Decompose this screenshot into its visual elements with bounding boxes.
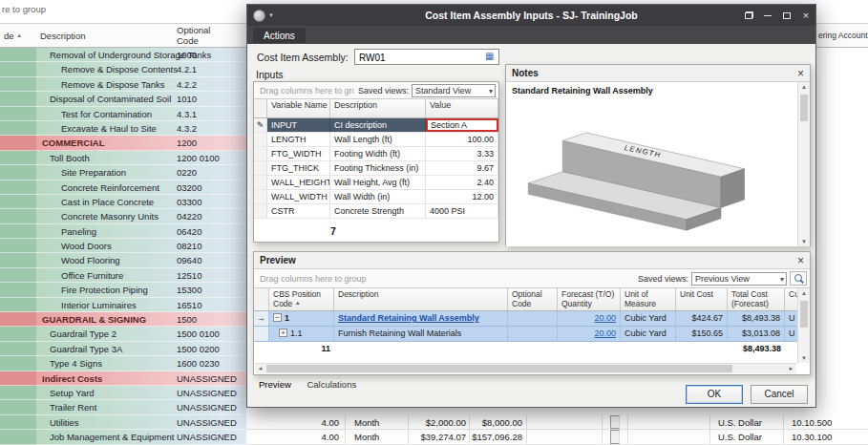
column-header-description[interactable]: Description: [330, 99, 426, 117]
row-indicator-header: [254, 288, 269, 310]
row-empty-cell: [628, 415, 710, 429]
input-row[interactable]: ✎ FTG_WIDTH Footing Width (ft) 3.33: [254, 147, 498, 161]
row-main-cell: Trailer Rent UNASSIGNED: [36, 400, 246, 414]
table-row[interactable]: Job Management & Equipment UNASSIGNED 4.…: [0, 430, 868, 444]
row-code-cell: [0, 62, 36, 76]
preview-horizontal-scrollbar[interactable]: ◄ ►: [255, 363, 796, 373]
row-description: Wood Doors: [61, 241, 112, 251]
scroll-up-icon[interactable]: ▲: [798, 290, 810, 296]
checkbox[interactable]: [610, 415, 620, 429]
row-main-cell: Wood Doors 08210: [36, 239, 246, 253]
row-code-cell: [0, 92, 36, 106]
row-code-cell: [0, 253, 36, 267]
scroll-down-icon[interactable]: ▼: [798, 239, 810, 244]
tab-calculations[interactable]: Calculations: [307, 379, 356, 390]
quantity-link[interactable]: 20.00: [594, 328, 616, 338]
saved-views-select[interactable]: Previous View: [691, 272, 787, 286]
scroll-thumb[interactable]: [800, 301, 808, 328]
input-row[interactable]: ✎ FTG_THICK Footing Thickness (in) 9.67: [254, 161, 498, 176]
row-main-cell: Utilities UNASSIGNED: [36, 415, 246, 430]
preview-panel: Preview × Drag columns here to group Sav…: [253, 251, 811, 375]
column-header-account-partial[interactable]: ering Account C: [818, 31, 868, 40]
expander-icon[interactable]: −: [273, 313, 282, 322]
row-main-cell: Office Furniture 12510: [36, 268, 246, 283]
assembly-picker-icon[interactable]: ▦: [485, 51, 494, 61]
value-cell[interactable]: 3.33: [426, 147, 498, 160]
checkbox[interactable]: [610, 430, 620, 443]
input-row[interactable]: ✎ WALL_HEIGHT Wall Height, Avg (ft) 2.40: [254, 176, 498, 190]
quantity-link[interactable]: 20.00: [594, 313, 616, 323]
description-text[interactable]: Standard Retaining Wall Assembly: [338, 313, 479, 323]
column-header-description[interactable]: Description: [334, 288, 508, 310]
column-header-forecast-quantity[interactable]: Forecast (T/O) Quantity: [558, 288, 621, 310]
close-icon[interactable]: ×: [797, 255, 804, 266]
scroll-right-icon[interactable]: ►: [786, 364, 796, 373]
column-header-optional-code[interactable]: Optional Code: [508, 288, 558, 310]
scroll-thumb[interactable]: [800, 95, 808, 121]
input-row[interactable]: ✎ WALL_WIDTH Wall Width (in) 12.00: [254, 190, 498, 204]
summary-spacer: [508, 342, 728, 357]
row-optional-code: 4.3.2: [177, 121, 197, 136]
actions-menu[interactable]: Actions: [253, 28, 306, 43]
inputs-section-label: Inputs: [256, 69, 284, 80]
column-header-unit-of-measure[interactable]: Unit of Measure: [621, 288, 676, 310]
dialog-titlebar[interactable]: ▼ Cost Item Assembly Inputs - SJ- Traini…: [247, 5, 815, 26]
value-cell[interactable]: 4000 PSI: [426, 204, 498, 218]
unit-cost-cell: $150.65: [676, 327, 728, 341]
assembly-input[interactable]: [354, 49, 499, 65]
column-header-optional-code[interactable]: Optional Code: [177, 26, 224, 47]
value-cell[interactable]: 12.00: [426, 190, 498, 203]
value-cell[interactable]: 100.00: [426, 133, 498, 146]
cancel-button[interactable]: Cancel: [751, 385, 808, 404]
close-icon[interactable]: ×: [797, 68, 804, 79]
value-cell[interactable]: 2.40: [426, 176, 498, 189]
scroll-down-icon[interactable]: ▼: [798, 355, 810, 361]
row-indicator-header: [254, 99, 267, 117]
expander-icon[interactable]: +: [279, 328, 287, 337]
description-cell: Footing Width (ft): [330, 147, 426, 160]
scroll-up-icon[interactable]: ▲: [798, 84, 810, 90]
column-header-code[interactable]: de ▲: [4, 31, 22, 41]
group-by-hint[interactable]: Drag columns here to group: [260, 86, 354, 95]
row-description: Trailer Rent: [50, 402, 96, 413]
value-cell[interactable]: Section A: [426, 118, 498, 132]
row-main-cell: COMMERCIAL 1200: [36, 136, 246, 150]
column-header-value[interactable]: Value: [426, 99, 498, 117]
input-row[interactable]: ✎ LENGTH Wall Length (ft) 100.00: [254, 133, 498, 147]
notes-scrollbar[interactable]: ▲ ▼: [797, 82, 810, 246]
saved-views-select[interactable]: Standard View: [412, 84, 496, 97]
group-by-hint[interactable]: Drag columns here to group: [260, 274, 634, 284]
row-total-cost: $157,096.28: [470, 430, 527, 443]
preview-grid: CBS Position Code ▲ Description Optional…: [254, 288, 810, 357]
row-indicator-cell: ✎: [254, 204, 267, 218]
ok-button[interactable]: OK: [686, 385, 743, 404]
preview-row[interactable]: → +1.1 Furnish Retaining Wall Materials …: [254, 327, 810, 342]
scroll-thumb[interactable]: [266, 365, 732, 372]
column-header-variable-name[interactable]: Variable Name: [267, 99, 330, 117]
row-indicator-cell: ✎: [254, 176, 267, 189]
scroll-left-icon[interactable]: ◄: [255, 364, 265, 373]
row-main-cell: Toll Booth 1200 0100: [36, 151, 246, 165]
description-text[interactable]: Furnish Retaining Wall Materials: [338, 328, 461, 338]
unit-of-measure-cell: Cubic Yard: [621, 327, 676, 341]
table-row[interactable]: Utilities UNASSIGNED 4.00 Month $2,000.0…: [0, 415, 868, 430]
preview-row[interactable]: → −1 Standard Retaining Wall Assembly 20…: [254, 311, 810, 327]
row-code-cell: [0, 327, 36, 341]
row-optional-code: UNASSIGNED: [177, 371, 237, 386]
value-cell[interactable]: 9.67: [426, 161, 498, 175]
row-indicator-cell: ✎: [254, 133, 267, 146]
row-optional-code: 1500 0100: [177, 327, 220, 341]
row-main-cell: Indirect Costs UNASSIGNED: [36, 371, 246, 386]
column-header-cbs-position-code[interactable]: CBS Position Code ▲: [269, 288, 334, 310]
tab-preview[interactable]: Preview: [259, 379, 291, 390]
input-row[interactable]: ✎ INPUT CI description Section A: [254, 118, 498, 133]
search-button[interactable]: [790, 271, 807, 286]
total-cost-cell: $8,493.38: [728, 311, 785, 326]
column-header-unit-cost[interactable]: Unit Cost: [676, 288, 728, 310]
preview-vertical-scrollbar[interactable]: ▲ ▼: [797, 288, 810, 363]
column-header-description[interactable]: Description: [40, 31, 86, 41]
row-unit-cost: $2,000.00: [409, 415, 470, 429]
variable-name-cell: WALL_WIDTH: [267, 190, 330, 203]
input-row[interactable]: ✎ CSTR Concrete Strength 4000 PSI: [254, 204, 498, 219]
column-header-total-cost[interactable]: Total Cost (Forecast): [728, 288, 785, 310]
